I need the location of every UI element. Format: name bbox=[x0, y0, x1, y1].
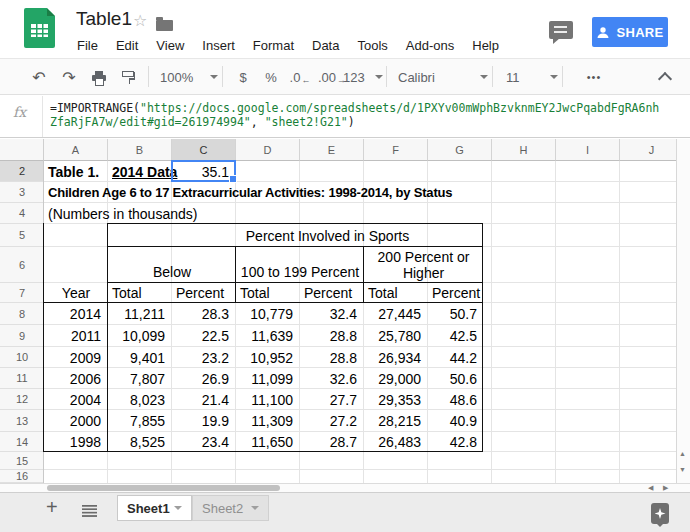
col-header-c[interactable]: C bbox=[172, 139, 236, 161]
cell-g14[interactable]: 42.8 bbox=[428, 432, 483, 452]
format-percent-button[interactable]: % bbox=[258, 64, 284, 90]
cell-e11[interactable]: 32.6 bbox=[300, 368, 364, 389]
fill-handle[interactable] bbox=[229, 175, 237, 183]
number-format-menu[interactable]: 123 bbox=[340, 64, 386, 90]
merged-cell-sports-header[interactable]: Percent Involved in Sports bbox=[172, 224, 483, 247]
cell-d7[interactable]: Total bbox=[236, 283, 300, 303]
cell-f7[interactable]: Total bbox=[364, 283, 428, 303]
cell-a9[interactable]: 2011 bbox=[44, 325, 108, 347]
cell-b8[interactable]: 11,211 bbox=[108, 303, 172, 325]
cell-g9[interactable]: 42.5 bbox=[428, 325, 483, 347]
col-header-a[interactable]: A bbox=[44, 139, 108, 161]
col-header-g[interactable]: G bbox=[428, 139, 492, 161]
menu-edit[interactable]: Edit bbox=[107, 36, 147, 56]
row-header-4[interactable]: 4 bbox=[0, 203, 44, 224]
row-header-9[interactable]: 9 bbox=[0, 325, 44, 347]
cell-g11[interactable]: 50.6 bbox=[428, 368, 483, 389]
selected-cell-outline[interactable] bbox=[171, 160, 236, 182]
cell-d12[interactable]: 11,100 bbox=[236, 389, 300, 410]
row-header-2[interactable]: 2 bbox=[0, 161, 44, 182]
decrease-decimal-button[interactable]: .0← bbox=[286, 64, 314, 90]
horizontal-scroll-thumb[interactable] bbox=[47, 485, 280, 491]
cell-f13[interactable]: 28,215 bbox=[364, 410, 428, 432]
add-sheet-button[interactable]: + bbox=[46, 496, 58, 519]
row-header-11[interactable]: 11 bbox=[0, 368, 44, 389]
cell-f11[interactable]: 29,000 bbox=[364, 368, 428, 389]
folder-icon[interactable] bbox=[156, 20, 173, 31]
row-header-10[interactable]: 10 bbox=[0, 347, 44, 368]
more-toolbar-button[interactable]: ••• bbox=[576, 64, 612, 90]
cell-a2[interactable]: Table 1. bbox=[48, 161, 99, 182]
cell-c14[interactable]: 23.4 bbox=[172, 432, 236, 452]
cell-a11[interactable]: 2006 bbox=[44, 368, 108, 389]
collapse-toolbar-button[interactable] bbox=[652, 64, 678, 90]
cell-g10[interactable]: 44.2 bbox=[428, 347, 483, 368]
cell-c12[interactable]: 21.4 bbox=[172, 389, 236, 410]
row-header-16[interactable]: 16 bbox=[0, 470, 44, 483]
cell-b11[interactable]: 7,807 bbox=[108, 368, 172, 389]
scroll-up-icon[interactable]: ▲ bbox=[679, 450, 686, 457]
comments-icon[interactable] bbox=[549, 21, 573, 39]
vertical-scrollbar[interactable] bbox=[676, 139, 690, 483]
cell-e8[interactable]: 32.4 bbox=[300, 303, 364, 325]
row-header-13[interactable]: 13 bbox=[0, 410, 44, 432]
print-button[interactable] bbox=[86, 64, 112, 90]
cell-e7[interactable]: Percent bbox=[300, 283, 364, 303]
col-header-i[interactable]: I bbox=[556, 139, 620, 161]
paint-format-button[interactable] bbox=[116, 64, 142, 90]
font-family-select[interactable]: Calibri bbox=[394, 64, 492, 90]
cell-g8[interactable]: 50.7 bbox=[428, 303, 483, 325]
undo-button[interactable]: ↶ bbox=[26, 64, 52, 90]
document-title[interactable]: Table1 bbox=[76, 8, 132, 30]
cell-c13[interactable]: 19.9 bbox=[172, 410, 236, 432]
row-header-6[interactable]: 6 bbox=[0, 247, 44, 283]
cell-c9[interactable]: 22.5 bbox=[172, 325, 236, 347]
col-header-b[interactable]: B bbox=[108, 139, 172, 161]
menu-insert[interactable]: Insert bbox=[193, 36, 244, 56]
cell-e14[interactable]: 28.7 bbox=[300, 432, 364, 452]
menu-view[interactable]: View bbox=[147, 36, 193, 56]
cell-f14[interactable]: 26,483 bbox=[364, 432, 428, 452]
cell-b9[interactable]: 10,099 bbox=[108, 325, 172, 347]
cell-d11[interactable]: 11,099 bbox=[236, 368, 300, 389]
cell-g13[interactable]: 40.9 bbox=[428, 410, 483, 432]
cell-d8[interactable]: 10,779 bbox=[236, 303, 300, 325]
format-currency-button[interactable]: $ bbox=[230, 64, 256, 90]
row-header-12[interactable]: 12 bbox=[0, 389, 44, 410]
cell-d10[interactable]: 10,952 bbox=[236, 347, 300, 368]
cell-c8[interactable]: 28.3 bbox=[172, 303, 236, 325]
cell-e10[interactable]: 28.8 bbox=[300, 347, 364, 368]
cell-g7[interactable]: Percent bbox=[428, 283, 483, 303]
cell-a8[interactable]: 2014 bbox=[44, 303, 108, 325]
tab-sheet2[interactable]: Sheet2 bbox=[192, 495, 269, 521]
cell-b12[interactable]: 8,023 bbox=[108, 389, 172, 410]
cell-f10[interactable]: 26,934 bbox=[364, 347, 428, 368]
cell-a3[interactable]: Children Age 6 to 17 Extracurricular Act… bbox=[48, 182, 452, 203]
menu-tools[interactable]: Tools bbox=[348, 36, 396, 56]
scroll-right-icon[interactable]: ▶ bbox=[663, 484, 668, 492]
cell-a12[interactable]: 2004 bbox=[44, 389, 108, 410]
zoom-select[interactable]: 100% bbox=[156, 64, 222, 90]
cell-e13[interactable]: 27.2 bbox=[300, 410, 364, 432]
tab-sheet1[interactable]: Sheet1 bbox=[117, 495, 192, 521]
all-sheets-icon[interactable] bbox=[82, 505, 97, 517]
formula-line-2[interactable]: ZfaRjFA7w/edit#gid=261974994", "sheet2!G… bbox=[50, 115, 355, 129]
cell-e12[interactable]: 27.7 bbox=[300, 389, 364, 410]
row-header-7[interactable]: 7 bbox=[0, 283, 44, 303]
cell-f12[interactable]: 29,353 bbox=[364, 389, 428, 410]
cell-a10[interactable]: 2009 bbox=[44, 347, 108, 368]
cell-a7-year[interactable]: Year bbox=[44, 283, 108, 303]
cell-e9[interactable]: 28.8 bbox=[300, 325, 364, 347]
cell-b10[interactable]: 9,401 bbox=[108, 347, 172, 368]
select-all-corner[interactable] bbox=[0, 139, 44, 161]
cell-b7[interactable]: Total bbox=[108, 283, 172, 303]
cell-a14[interactable]: 1998 bbox=[44, 432, 108, 452]
col-header-j[interactable]: J bbox=[620, 139, 684, 161]
cell-b2[interactable]: 2014 Data bbox=[112, 161, 177, 182]
cell-f8[interactable]: 27,445 bbox=[364, 303, 428, 325]
cell-b14[interactable]: 8,525 bbox=[108, 432, 172, 452]
share-button[interactable]: SHARE bbox=[592, 17, 668, 47]
cell-c7[interactable]: Percent bbox=[172, 283, 236, 303]
cell-f9[interactable]: 25,780 bbox=[364, 325, 428, 347]
cell-d9[interactable]: 11,639 bbox=[236, 325, 300, 347]
